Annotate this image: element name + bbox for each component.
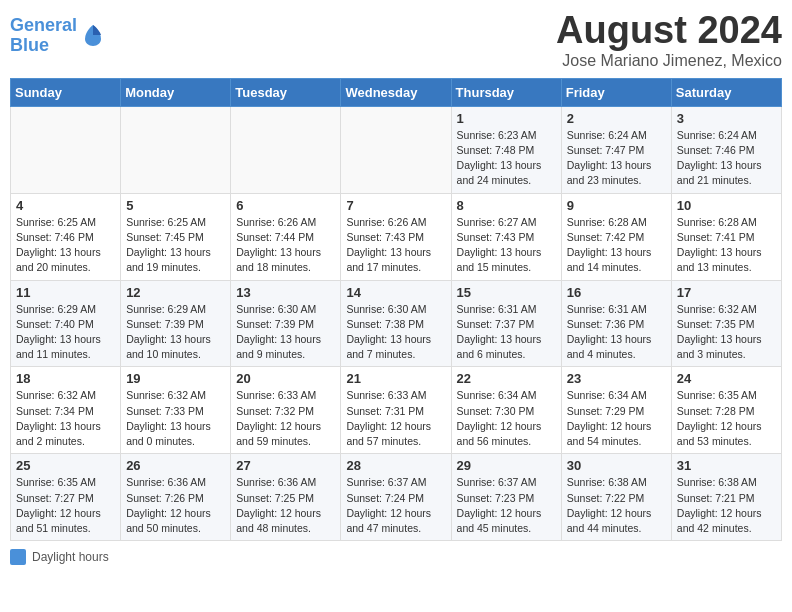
day-number: 29 <box>457 458 556 473</box>
calendar-cell: 2Sunrise: 6:24 AMSunset: 7:47 PMDaylight… <box>561 106 671 193</box>
title-area: August 2024 Jose Mariano Jimenez, Mexico <box>556 10 782 70</box>
day-number: 30 <box>567 458 666 473</box>
day-number: 14 <box>346 285 445 300</box>
day-info: Sunrise: 6:33 AMSunset: 7:31 PMDaylight:… <box>346 388 445 449</box>
calendar-cell: 23Sunrise: 6:34 AMSunset: 7:29 PMDayligh… <box>561 367 671 454</box>
calendar-cell: 9Sunrise: 6:28 AMSunset: 7:42 PMDaylight… <box>561 193 671 280</box>
day-info: Sunrise: 6:31 AMSunset: 7:36 PMDaylight:… <box>567 302 666 363</box>
calendar-table: SundayMondayTuesdayWednesdayThursdayFrid… <box>10 78 782 541</box>
day-number: 6 <box>236 198 335 213</box>
day-number: 28 <box>346 458 445 473</box>
logo-blue: Blue <box>10 35 49 55</box>
calendar-cell: 1Sunrise: 6:23 AMSunset: 7:48 PMDaylight… <box>451 106 561 193</box>
day-info: Sunrise: 6:24 AMSunset: 7:47 PMDaylight:… <box>567 128 666 189</box>
calendar-cell <box>341 106 451 193</box>
calendar-cell: 6Sunrise: 6:26 AMSunset: 7:44 PMDaylight… <box>231 193 341 280</box>
calendar-header: SundayMondayTuesdayWednesdayThursdayFrid… <box>11 78 782 106</box>
day-number: 20 <box>236 371 335 386</box>
calendar-cell: 3Sunrise: 6:24 AMSunset: 7:46 PMDaylight… <box>671 106 781 193</box>
day-info: Sunrise: 6:32 AMSunset: 7:33 PMDaylight:… <box>126 388 225 449</box>
day-number: 25 <box>16 458 115 473</box>
legend-area: Daylight hours <box>10 549 782 565</box>
day-info: Sunrise: 6:28 AMSunset: 7:42 PMDaylight:… <box>567 215 666 276</box>
day-number: 12 <box>126 285 225 300</box>
week-row-3: 11Sunrise: 6:29 AMSunset: 7:40 PMDayligh… <box>11 280 782 367</box>
calendar-cell: 15Sunrise: 6:31 AMSunset: 7:37 PMDayligh… <box>451 280 561 367</box>
calendar-cell: 12Sunrise: 6:29 AMSunset: 7:39 PMDayligh… <box>121 280 231 367</box>
day-info: Sunrise: 6:29 AMSunset: 7:39 PMDaylight:… <box>126 302 225 363</box>
day-info: Sunrise: 6:35 AMSunset: 7:27 PMDaylight:… <box>16 475 115 536</box>
day-info: Sunrise: 6:34 AMSunset: 7:29 PMDaylight:… <box>567 388 666 449</box>
day-number: 3 <box>677 111 776 126</box>
logo: General Blue <box>10 16 107 56</box>
day-info: Sunrise: 6:37 AMSunset: 7:24 PMDaylight:… <box>346 475 445 536</box>
day-info: Sunrise: 6:36 AMSunset: 7:26 PMDaylight:… <box>126 475 225 536</box>
calendar-cell: 10Sunrise: 6:28 AMSunset: 7:41 PMDayligh… <box>671 193 781 280</box>
day-info: Sunrise: 6:23 AMSunset: 7:48 PMDaylight:… <box>457 128 556 189</box>
calendar-cell <box>231 106 341 193</box>
day-number: 1 <box>457 111 556 126</box>
week-row-2: 4Sunrise: 6:25 AMSunset: 7:46 PMDaylight… <box>11 193 782 280</box>
day-number: 18 <box>16 371 115 386</box>
calendar-cell <box>121 106 231 193</box>
day-number: 27 <box>236 458 335 473</box>
calendar-cell: 18Sunrise: 6:32 AMSunset: 7:34 PMDayligh… <box>11 367 121 454</box>
calendar-cell: 7Sunrise: 6:26 AMSunset: 7:43 PMDaylight… <box>341 193 451 280</box>
day-number: 19 <box>126 371 225 386</box>
day-info: Sunrise: 6:37 AMSunset: 7:23 PMDaylight:… <box>457 475 556 536</box>
days-of-week-row: SundayMondayTuesdayWednesdayThursdayFrid… <box>11 78 782 106</box>
calendar-body: 1Sunrise: 6:23 AMSunset: 7:48 PMDaylight… <box>11 106 782 540</box>
calendar-cell: 21Sunrise: 6:33 AMSunset: 7:31 PMDayligh… <box>341 367 451 454</box>
day-info: Sunrise: 6:26 AMSunset: 7:44 PMDaylight:… <box>236 215 335 276</box>
calendar-cell: 20Sunrise: 6:33 AMSunset: 7:32 PMDayligh… <box>231 367 341 454</box>
day-number: 26 <box>126 458 225 473</box>
day-number: 2 <box>567 111 666 126</box>
day-number: 4 <box>16 198 115 213</box>
main-title: August 2024 <box>556 10 782 52</box>
week-row-5: 25Sunrise: 6:35 AMSunset: 7:27 PMDayligh… <box>11 454 782 541</box>
calendar-cell: 29Sunrise: 6:37 AMSunset: 7:23 PMDayligh… <box>451 454 561 541</box>
calendar-cell: 25Sunrise: 6:35 AMSunset: 7:27 PMDayligh… <box>11 454 121 541</box>
calendar-cell: 8Sunrise: 6:27 AMSunset: 7:43 PMDaylight… <box>451 193 561 280</box>
day-info: Sunrise: 6:25 AMSunset: 7:45 PMDaylight:… <box>126 215 225 276</box>
day-info: Sunrise: 6:30 AMSunset: 7:38 PMDaylight:… <box>346 302 445 363</box>
day-info: Sunrise: 6:27 AMSunset: 7:43 PMDaylight:… <box>457 215 556 276</box>
day-info: Sunrise: 6:29 AMSunset: 7:40 PMDaylight:… <box>16 302 115 363</box>
day-info: Sunrise: 6:32 AMSunset: 7:34 PMDaylight:… <box>16 388 115 449</box>
legend-label: Daylight hours <box>32 550 109 564</box>
day-info: Sunrise: 6:30 AMSunset: 7:39 PMDaylight:… <box>236 302 335 363</box>
calendar-cell <box>11 106 121 193</box>
logo-text: General Blue <box>10 16 77 56</box>
calendar-cell: 19Sunrise: 6:32 AMSunset: 7:33 PMDayligh… <box>121 367 231 454</box>
day-header-saturday: Saturday <box>671 78 781 106</box>
day-number: 15 <box>457 285 556 300</box>
legend-color-box <box>10 549 26 565</box>
day-info: Sunrise: 6:33 AMSunset: 7:32 PMDaylight:… <box>236 388 335 449</box>
day-info: Sunrise: 6:28 AMSunset: 7:41 PMDaylight:… <box>677 215 776 276</box>
logo-icon <box>79 21 107 49</box>
day-header-wednesday: Wednesday <box>341 78 451 106</box>
calendar-cell: 31Sunrise: 6:38 AMSunset: 7:21 PMDayligh… <box>671 454 781 541</box>
week-row-1: 1Sunrise: 6:23 AMSunset: 7:48 PMDaylight… <box>11 106 782 193</box>
day-number: 16 <box>567 285 666 300</box>
day-number: 9 <box>567 198 666 213</box>
day-number: 22 <box>457 371 556 386</box>
calendar-cell: 5Sunrise: 6:25 AMSunset: 7:45 PMDaylight… <box>121 193 231 280</box>
day-header-friday: Friday <box>561 78 671 106</box>
calendar-cell: 4Sunrise: 6:25 AMSunset: 7:46 PMDaylight… <box>11 193 121 280</box>
calendar-cell: 22Sunrise: 6:34 AMSunset: 7:30 PMDayligh… <box>451 367 561 454</box>
day-number: 8 <box>457 198 556 213</box>
calendar-cell: 26Sunrise: 6:36 AMSunset: 7:26 PMDayligh… <box>121 454 231 541</box>
day-number: 5 <box>126 198 225 213</box>
calendar-cell: 11Sunrise: 6:29 AMSunset: 7:40 PMDayligh… <box>11 280 121 367</box>
day-number: 7 <box>346 198 445 213</box>
calendar-cell: 16Sunrise: 6:31 AMSunset: 7:36 PMDayligh… <box>561 280 671 367</box>
day-info: Sunrise: 6:32 AMSunset: 7:35 PMDaylight:… <box>677 302 776 363</box>
day-header-thursday: Thursday <box>451 78 561 106</box>
day-number: 21 <box>346 371 445 386</box>
day-info: Sunrise: 6:31 AMSunset: 7:37 PMDaylight:… <box>457 302 556 363</box>
day-info: Sunrise: 6:38 AMSunset: 7:21 PMDaylight:… <box>677 475 776 536</box>
header: General Blue August 2024 Jose Mariano Ji… <box>10 10 782 70</box>
day-header-tuesday: Tuesday <box>231 78 341 106</box>
day-number: 24 <box>677 371 776 386</box>
